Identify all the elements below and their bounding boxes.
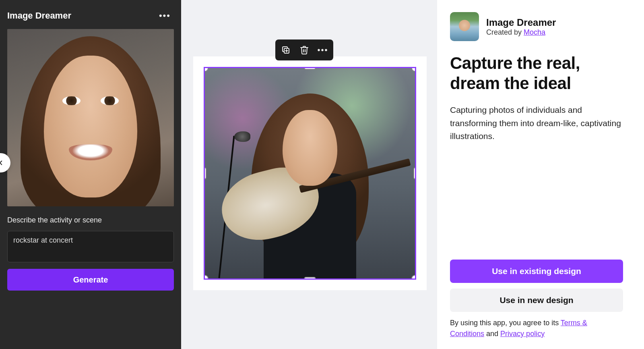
more-button[interactable]: ••• (317, 44, 328, 56)
use-new-button[interactable]: Use in new design (450, 289, 623, 312)
more-options-button[interactable]: ••• (156, 9, 174, 23)
app-creator-line: Created by Mocha (486, 28, 556, 37)
ellipsis-icon: ••• (317, 46, 328, 55)
app-info-row: Image Dreamer Created by Mocha (450, 12, 623, 41)
duplicate-button[interactable] (280, 44, 291, 56)
app-headline: Capture the real, dream the ideal (450, 53, 623, 93)
delete-button[interactable] (299, 44, 310, 56)
resize-handle-top[interactable] (304, 67, 316, 70)
app-description: Capturing photos of individuals and tran… (450, 104, 623, 143)
resize-handle-bottom[interactable] (304, 277, 316, 280)
legal-and: and (484, 330, 500, 338)
canvas-page[interactable] (193, 56, 427, 290)
generate-button[interactable]: Generate (7, 269, 174, 291)
sidebar-header: Image Dreamer ••• (7, 9, 174, 23)
use-existing-button[interactable]: Use in existing design (450, 260, 623, 283)
trash-icon (299, 45, 309, 55)
chevron-left-icon (0, 159, 4, 166)
portrait-face (44, 56, 137, 197)
legal-text: By using this app, you agree to its Term… (450, 318, 623, 339)
privacy-link[interactable]: Privacy policy (500, 330, 545, 338)
legal-prefix: By using this app, you agree to its (450, 319, 561, 327)
app-name: Image Dreamer (486, 17, 556, 28)
microphone-icon (234, 131, 250, 142)
selected-image[interactable] (204, 67, 416, 280)
duplicate-icon (281, 45, 291, 55)
app-sidebar: Image Dreamer ••• Describe the activity … (0, 0, 181, 349)
input-photo[interactable] (7, 29, 174, 206)
action-section: Use in existing design Use in new design… (450, 260, 623, 339)
creator-link[interactable]: Mocha (524, 28, 545, 36)
canvas-area[interactable]: ••• (181, 0, 437, 349)
info-panel: Image Dreamer Created by Mocha Capture t… (437, 0, 644, 349)
prompt-input[interactable] (7, 231, 174, 262)
ellipsis-icon: ••• (159, 10, 171, 21)
app-icon (450, 12, 479, 41)
created-by-label: Created by (486, 28, 524, 36)
resize-handle-bottom-right[interactable] (411, 275, 416, 280)
generated-face (283, 110, 337, 186)
selection-toolbar: ••• (275, 39, 333, 60)
resize-handle-right[interactable] (413, 167, 416, 179)
sidebar-title: Image Dreamer (7, 10, 71, 21)
prompt-label: Describe the activity or scene (7, 216, 174, 224)
resize-handle-left[interactable] (204, 167, 206, 179)
